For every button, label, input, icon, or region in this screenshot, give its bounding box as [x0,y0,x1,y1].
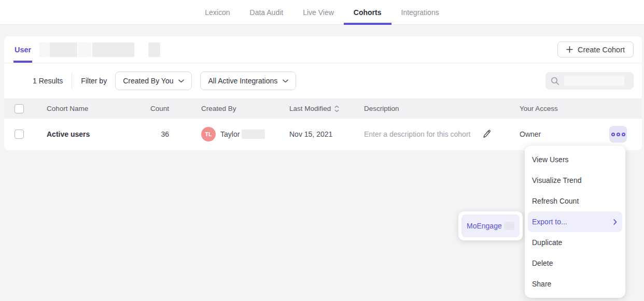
row-actions-button[interactable] [609,126,627,142]
redacted-block [242,130,265,139]
cohort-name-link[interactable]: Active users [36,130,123,138]
cohort-type-tabstrip: User Create Cohort [4,36,642,63]
created-by-dropdown-label: Created By You [123,77,173,85]
redacted-block [39,42,50,57]
top-navigation: Lexicon Data Audit Live View Cohorts Int… [0,0,644,25]
search-input[interactable] [545,72,634,90]
menu-item-refresh-count[interactable]: Refresh Count [525,191,625,211]
column-header-cohort-name[interactable]: Cohort Name [36,105,123,112]
access-level: Owner [515,130,609,138]
moengage-label: MoEngage [467,222,502,230]
menu-item-delete[interactable]: Delete [525,253,625,274]
menu-item-share[interactable]: Share [525,274,625,294]
column-header-created-by[interactable]: Created By [169,105,285,112]
cohort-count: 36 [123,130,169,138]
integrations-dropdown[interactable]: All Active Integrations [200,71,296,90]
redacted-block [92,42,134,57]
submenu-item-moengage[interactable]: MoEngage [461,214,520,237]
created-by-name: Taylor [220,130,240,138]
menu-item-duplicate[interactable]: Duplicate [525,232,625,253]
menu-item-export-to[interactable]: Export to... [528,211,622,232]
tab-cohorts[interactable]: Cohorts [344,0,391,24]
chevron-right-icon [613,219,617,225]
tab-user[interactable]: User [13,36,32,63]
redacted-block [504,222,514,230]
redacted-block [148,42,160,57]
row-checkbox[interactable] [15,130,24,139]
tab-data-audit[interactable]: Data Audit [240,0,293,24]
results-count: 1 Results [33,77,63,85]
filter-toolbar: 1 Results Filter by Created By You All A… [4,63,642,98]
chevron-down-icon [178,79,184,83]
column-header-your-access: Your Access [515,105,609,112]
export-to-label: Export to... [532,218,567,226]
cohorts-panel: User Create Cohort 1 Results Filter by C… [4,36,642,150]
table-header: Cohort Name Count Created By Last Modifi… [4,98,642,119]
create-cohort-label: Create Cohort [578,46,625,54]
pencil-icon[interactable] [482,129,492,139]
created-by-dropdown[interactable]: Created By You [115,71,192,90]
redacted-block [564,76,624,85]
redacted-block [50,42,77,57]
divider [72,73,72,89]
select-all-checkbox[interactable] [15,104,24,113]
column-header-description: Description [360,105,515,112]
tab-live-view[interactable]: Live View [293,0,344,24]
last-modified-date: Nov 15, 2021 [285,130,360,138]
avatar: TL [201,127,216,141]
column-header-last-modified[interactable]: Last Modified [289,105,331,112]
plus-icon [566,46,573,53]
create-cohort-button[interactable]: Create Cohort [557,41,634,58]
column-header-count[interactable]: Count [123,105,169,112]
menu-item-view-users[interactable]: View Users [525,149,625,170]
sort-icon[interactable] [334,105,339,112]
search-icon [551,77,559,85]
description-placeholder[interactable]: Enter a description for this cohort [364,130,470,138]
integrations-dropdown-label: All Active Integrations [208,77,277,85]
table-row: Active users 36 TL Taylor Nov 15, 2021 E… [4,119,642,150]
redacted-tab-group [39,42,160,57]
export-submenu: MoEngage [458,211,523,240]
menu-item-visualize-trend[interactable]: Visualize Trend [525,170,625,191]
chevron-down-icon [283,79,288,83]
redacted-block [78,42,91,57]
three-dots-icon [611,133,615,136]
filter-by-label: Filter by [81,77,107,85]
tab-lexicon[interactable]: Lexicon [195,0,240,24]
tab-integrations[interactable]: Integrations [391,0,449,24]
row-actions-menu: View Users Visualize Trend Refresh Count… [525,146,625,298]
